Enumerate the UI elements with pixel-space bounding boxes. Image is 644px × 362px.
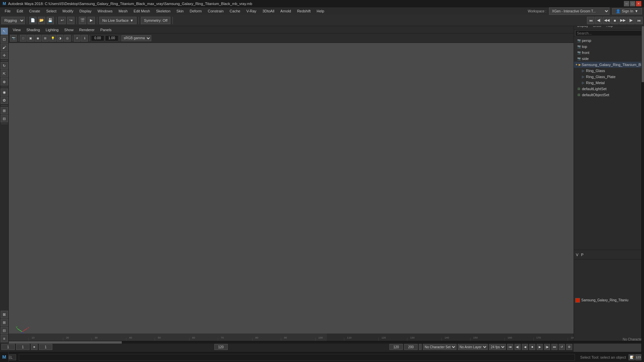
- play-reverse-button[interactable]: ◀: [522, 344, 528, 350]
- vp-shaded[interactable]: ◉: [35, 35, 41, 42]
- play-fwd-button[interactable]: ▶: [537, 344, 543, 350]
- vp-camera-icon[interactable]: 📷: [10, 35, 17, 42]
- step-forward-button[interactable]: |▶: [627, 17, 635, 24]
- outliner-item-default-object-set[interactable]: ⊡ defaultObjectSet: [574, 92, 644, 98]
- menu-edit-mesh[interactable]: Edit Mesh: [131, 8, 153, 14]
- display-mode-4[interactable]: ≡: [1, 335, 8, 342]
- viewport-horizontal-scrollbar[interactable]: [9, 341, 574, 344]
- vp-value-input-2[interactable]: [105, 35, 118, 41]
- display-mode-1[interactable]: ⊠: [1, 311, 8, 318]
- menu-deform[interactable]: Deform: [187, 8, 204, 14]
- scrollbar-thumb[interactable]: [9, 341, 122, 344]
- scale-tool-button[interactable]: ⇱: [1, 70, 8, 77]
- viewport-menu-lighting[interactable]: Lighting: [43, 27, 61, 33]
- workspace-select[interactable]: XGen - Interactive Groom T...: [549, 7, 609, 15]
- menu-file[interactable]: File: [2, 8, 13, 14]
- outliner-item-front[interactable]: 📷 front: [574, 50, 644, 56]
- no-live-surface-button[interactable]: No Live Surface ▼: [99, 17, 137, 24]
- rotate-tool-button[interactable]: ↻: [1, 62, 8, 69]
- vp-textured[interactable]: ⊞: [42, 35, 49, 42]
- paint-select-button[interactable]: 🖌: [1, 44, 8, 51]
- color-mode-select[interactable]: sRGB gamma: [121, 35, 151, 41]
- outliner-item-top[interactable]: 📷 top: [574, 44, 644, 50]
- vp-shadow[interactable]: ◑: [57, 35, 63, 42]
- save-scene-button[interactable]: 💾: [47, 17, 54, 24]
- menu-create[interactable]: Create: [26, 8, 43, 14]
- vp-value-input-1[interactable]: [91, 35, 104, 41]
- p-label[interactable]: P: [581, 253, 583, 257]
- viewport-menu-show[interactable]: Show: [62, 27, 76, 33]
- anim-layer-select[interactable]: No Anim Layer: [458, 344, 488, 350]
- right-scrollbar[interactable]: [641, 15, 644, 352]
- lasso-select-button[interactable]: ⊡: [1, 36, 8, 43]
- goto-end-button[interactable]: ⏭: [635, 17, 643, 24]
- new-scene-button[interactable]: 📄: [29, 17, 37, 24]
- anim-end-field[interactable]: [389, 344, 403, 350]
- play-back-button[interactable]: ◀◀: [603, 17, 610, 24]
- sculpt-button[interactable]: ✿: [1, 97, 8, 104]
- menu-modify[interactable]: Modify: [60, 8, 76, 14]
- menu-edit[interactable]: Edit: [14, 8, 26, 14]
- channel-scrollbar[interactable]: [574, 341, 644, 344]
- vp-select-all[interactable]: □: [20, 35, 26, 42]
- viewport-menu-view[interactable]: View: [10, 27, 23, 33]
- outliner-item-samsung-group[interactable]: ✦ ▶ Samsung_Galaxy_Ring_Titanium_Black: [574, 62, 644, 68]
- module-select[interactable]: Rigging: [1, 17, 25, 24]
- goto-start-button[interactable]: ⏮: [587, 17, 594, 24]
- outliner-search-input[interactable]: [575, 30, 643, 36]
- character-set-select[interactable]: No Character Set: [423, 344, 457, 350]
- menu-windows[interactable]: Windows: [95, 8, 115, 14]
- display-mode-2[interactable]: ⊞: [1, 319, 8, 326]
- current-frame-field[interactable]: [16, 344, 30, 350]
- show-manip-button[interactable]: ⊞: [1, 107, 8, 114]
- menu-redshift[interactable]: Redshift: [294, 8, 313, 14]
- goto-max-button[interactable]: ⏭: [551, 344, 557, 350]
- open-scene-button[interactable]: 📂: [38, 17, 45, 24]
- goto-min-button[interactable]: ⏮: [507, 344, 513, 350]
- play-forward-button[interactable]: ▶▶: [619, 17, 627, 24]
- move-tool-button[interactable]: ✛: [1, 52, 8, 59]
- outliner-item-persp[interactable]: 📷 persp: [574, 38, 644, 44]
- loop-button[interactable]: ↺: [559, 344, 565, 350]
- menu-skeleton[interactable]: Skeleton: [153, 8, 173, 14]
- playback-start-field[interactable]: [1, 344, 15, 350]
- soft-mod-button[interactable]: ◉: [1, 88, 8, 96]
- outliner-item-side[interactable]: 📷 side: [574, 56, 644, 62]
- symmetry-button[interactable]: Symmetry: Off: [141, 17, 170, 24]
- next-frame-button[interactable]: |▶: [544, 344, 550, 350]
- v-label[interactable]: V: [576, 253, 578, 257]
- menu-arnold[interactable]: Arnold: [278, 8, 294, 14]
- viewport-menu-shading[interactable]: Shading: [24, 27, 43, 33]
- render-settings-button[interactable]: 🎬: [79, 17, 86, 24]
- stop-playback-button[interactable]: ■: [529, 344, 535, 350]
- display-mode-3[interactable]: ⊟: [1, 327, 8, 334]
- anim-end-field-2[interactable]: [404, 344, 418, 350]
- sign-in-button[interactable]: 👤 Sign In ▼: [612, 8, 642, 14]
- outliner-item-ring-metal[interactable]: ▷ Ring_Metal: [574, 80, 644, 86]
- menu-3dtoall[interactable]: 3DtoAll: [260, 8, 277, 14]
- menu-display[interactable]: Display: [77, 8, 94, 14]
- menu-vray[interactable]: V-Ray: [244, 8, 259, 14]
- select-tool-button[interactable]: ↖: [1, 27, 8, 35]
- playback-settings[interactable]: ⚙: [566, 344, 572, 350]
- menu-constrain[interactable]: Constrain: [205, 8, 226, 14]
- snap-button[interactable]: ⊟: [1, 115, 8, 122]
- step-back-button[interactable]: ◀|: [595, 17, 602, 24]
- minimize-button[interactable]: ─: [624, 1, 629, 6]
- universal-manip-button[interactable]: ⊕: [1, 78, 8, 85]
- window-controls[interactable]: ─ □ ✕: [624, 1, 641, 6]
- vp-grid-toggle[interactable]: #: [74, 35, 80, 42]
- redo-button[interactable]: ↪: [67, 17, 74, 24]
- vp-wireframe[interactable]: ▣: [27, 35, 34, 42]
- menu-help[interactable]: Help: [314, 8, 327, 14]
- prev-frame-button[interactable]: ◀|: [515, 344, 521, 350]
- anim-frame-field[interactable]: [39, 344, 52, 350]
- vp-xray[interactable]: ◎: [64, 35, 71, 42]
- outliner-search-area[interactable]: [574, 29, 644, 37]
- maximize-button[interactable]: □: [630, 1, 635, 6]
- numeric-input-button[interactable]: 123: [635, 354, 641, 360]
- close-button[interactable]: ✕: [636, 1, 641, 6]
- menu-select[interactable]: Select: [44, 8, 59, 14]
- fps-select[interactable]: 24 fps: [489, 344, 506, 350]
- vp-light[interactable]: 💡: [49, 35, 56, 42]
